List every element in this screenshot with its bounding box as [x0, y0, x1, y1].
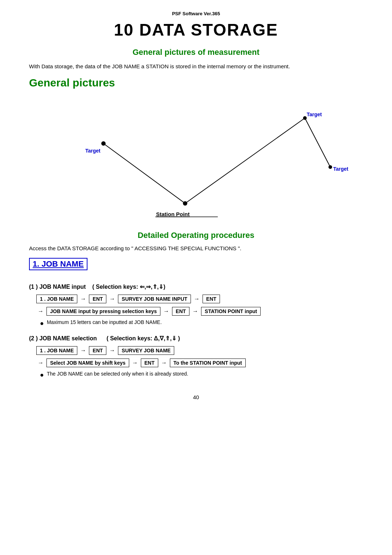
- flow-box-job-name-input-selection: JOB NAME input by pressing selection key…: [46, 307, 160, 316]
- page-header: PSF Software Ver.365: [29, 11, 363, 16]
- sub1-bullet: ● Maximum 15 letters can be inputted at …: [40, 319, 363, 328]
- flow-box-ent-5: ENT: [141, 358, 158, 367]
- flow-box-survey-job-name-input: SURVEY JOB NAME INPUT: [118, 295, 191, 303]
- svg-line-1: [185, 118, 305, 203]
- sub1-flow2: → JOB NAME input by pressing selection k…: [36, 307, 363, 316]
- flow-box-ent-2: ENT: [203, 295, 220, 303]
- flow-box-2-job-name: 1 . JOB NAME: [36, 346, 77, 355]
- diagram: Target Target Target Station Point: [29, 96, 363, 220]
- job-name-heading: 1. JOB NAME: [29, 258, 87, 270]
- sub2-flow2: → Select JOB NAME by shift keys → ENT → …: [36, 358, 363, 367]
- svg-point-5: [303, 116, 307, 120]
- sub1-heading: (1 ) JOB NAME input ( Selection keys: ⇐,…: [29, 283, 363, 290]
- general-pictures-of-measurement-heading: General pictures of measurement: [29, 48, 363, 57]
- sub2-heading: (2 ) JOB NAME selection ( Selection keys…: [29, 335, 363, 342]
- page-number: 40: [29, 394, 363, 400]
- flow-box-survey-job-name: SURVEY JOB NAME: [118, 346, 174, 355]
- flow-box-station-point-input: STATION POINT input: [201, 307, 261, 316]
- svg-text:Target: Target: [85, 148, 101, 154]
- access-text: Access the DATA STORAGE according to " A…: [29, 245, 363, 251]
- general-pictures-body: With Data storage, the data of the JOB N…: [29, 62, 363, 71]
- svg-point-4: [101, 141, 106, 146]
- sub1-flow1: 1 . JOB NAME → ENT → SURVEY JOB NAME INP…: [36, 295, 363, 303]
- svg-line-0: [103, 143, 185, 203]
- svg-line-2: [305, 118, 330, 167]
- general-pictures-heading: General pictures: [29, 77, 363, 89]
- flow-box-ent-4: ENT: [89, 346, 106, 355]
- flow-box-ent-1: ENT: [89, 295, 106, 303]
- flow-box-select-job-name-shift: Select JOB NAME by shift keys: [46, 358, 129, 367]
- diagram-svg: Target Target Target Station Point: [29, 96, 363, 220]
- svg-point-6: [328, 165, 332, 169]
- flow-box-ent-3: ENT: [172, 307, 189, 316]
- svg-text:Station Point: Station Point: [156, 211, 190, 217]
- page-title: 10 DATA STORAGE: [29, 20, 363, 40]
- sub2-bullet: ● The JOB NAME can be selected only when…: [40, 371, 363, 379]
- svg-text:Target: Target: [333, 166, 348, 172]
- svg-point-3: [183, 201, 187, 206]
- svg-text:Target: Target: [307, 112, 322, 117]
- flow-box-1-job-name: 1 . JOB NAME: [36, 295, 77, 303]
- flow-box-to-station-point-input: To the STATION POINT input: [170, 358, 246, 367]
- detailed-operating-heading: Detailed Operating procedures: [29, 231, 363, 240]
- sub2-flow1: 1 . JOB NAME → ENT → SURVEY JOB NAME: [36, 346, 363, 355]
